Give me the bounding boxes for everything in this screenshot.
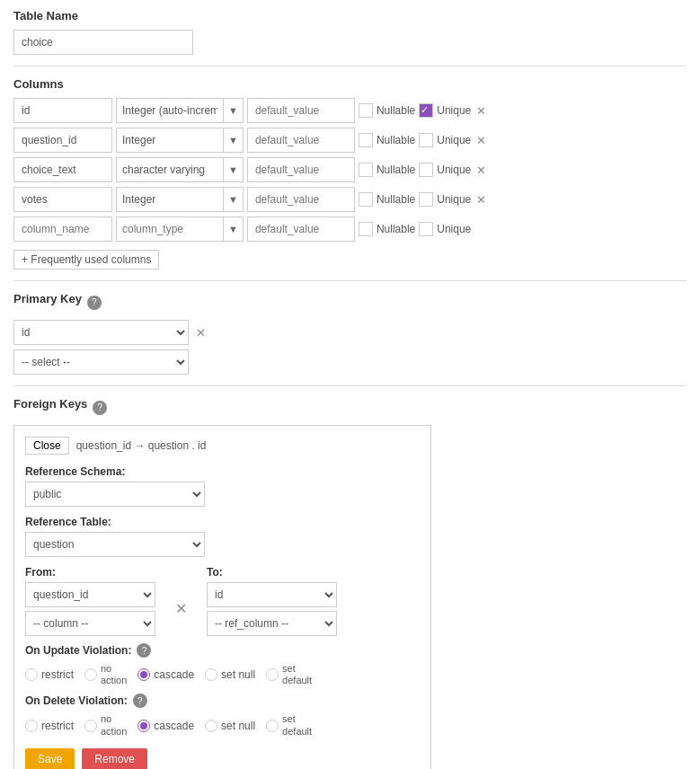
on-delete-cascade-radio[interactable] xyxy=(137,720,150,732)
col-type-choice-text: ▼ xyxy=(116,157,244,182)
on-update-violation-row: On Update Violation: ? restrict noaction… xyxy=(25,643,420,686)
col-nullable-check-question-id[interactable] xyxy=(359,133,373,147)
nullable-label-choice-text: Nullable xyxy=(377,164,415,176)
unique-label-id: Unique xyxy=(437,104,471,117)
remove-button[interactable]: Remove xyxy=(82,748,147,769)
primary-key-help-icon[interactable]: ? xyxy=(87,296,102,310)
on-update-set-null-radio[interactable] xyxy=(205,668,217,681)
nullable-label-id: Nullable xyxy=(377,104,415,117)
col-type-arrow-votes[interactable]: ▼ xyxy=(223,188,243,211)
on-update-restrict-radio[interactable] xyxy=(25,668,38,681)
from-label: From: xyxy=(25,566,155,579)
primary-key-select-2[interactable]: -- select -- xyxy=(13,349,189,375)
col-type-arrow-empty[interactable]: ▼ xyxy=(223,217,243,241)
to-select[interactable]: id xyxy=(207,582,337,607)
primary-key-delete[interactable]: ✕ xyxy=(194,326,208,340)
col-name-question-id[interactable] xyxy=(13,128,112,153)
divider-3 xyxy=(13,385,687,386)
col-unique-check-id[interactable] xyxy=(419,103,433,118)
col-unique-check-choice-text[interactable] xyxy=(419,163,433,177)
fk-ref-schema-select[interactable]: public xyxy=(25,482,205,507)
on-delete-set-null-radio[interactable] xyxy=(205,720,217,732)
col-type-input-empty[interactable] xyxy=(117,217,223,241)
col-nullable-check-id[interactable] xyxy=(359,103,373,118)
col-nullable-check-choice-text[interactable] xyxy=(359,163,373,177)
col-type-input-choice-text[interactable] xyxy=(117,158,223,181)
foreign-keys-help-icon[interactable]: ? xyxy=(93,401,107,415)
on-delete-no-action[interactable]: noaction xyxy=(84,713,127,737)
col-default-id[interactable] xyxy=(247,98,355,123)
foreign-key-box: Close question_id → question . id Refere… xyxy=(13,425,431,769)
on-update-no-action[interactable]: noaction xyxy=(84,663,127,686)
from-column-group: From: question_id -- column -- xyxy=(25,566,155,636)
on-update-cascade-radio[interactable] xyxy=(137,668,150,681)
fk-ref-table-select[interactable]: question xyxy=(25,532,205,557)
col-type-arrow-question-id[interactable]: ▼ xyxy=(223,128,243,152)
col-type-question-id: ▼ xyxy=(116,128,244,153)
on-update-label: On Update Violation: xyxy=(25,644,131,657)
col-type-arrow-choice-text[interactable]: ▼ xyxy=(223,158,243,181)
col-unique-check-empty[interactable] xyxy=(419,222,433,236)
unique-label-empty: Unique xyxy=(437,223,471,235)
on-delete-set-null[interactable]: set null xyxy=(205,720,255,732)
unique-label-choice-text: Unique xyxy=(437,164,471,176)
col-delete-id[interactable]: ✕ xyxy=(474,104,488,118)
on-delete-set-default-radio[interactable] xyxy=(266,720,279,732)
on-delete-set-default[interactable]: setdefault xyxy=(266,713,312,737)
on-delete-violation-row: On Delete Violation: ? restrict noaction… xyxy=(25,694,420,737)
on-delete-no-action-radio[interactable] xyxy=(84,720,97,732)
col-delete-votes[interactable]: ✕ xyxy=(474,193,488,207)
on-delete-radio-group: restrict noaction cascade set null setde… xyxy=(25,713,420,737)
col-name-choice-text[interactable] xyxy=(13,157,112,182)
col-nullable-check-empty[interactable] xyxy=(359,222,373,236)
on-update-cascade[interactable]: cascade xyxy=(137,668,194,681)
on-update-set-default-radio[interactable] xyxy=(266,668,279,681)
col-delete-question-id[interactable]: ✕ xyxy=(474,134,488,147)
add-columns-button[interactable]: + Frequently used columns xyxy=(13,250,159,270)
on-update-set-null[interactable]: set null xyxy=(205,668,255,681)
column-row-id: ▼ Nullable Unique ✕ xyxy=(13,98,687,123)
on-delete-restrict[interactable]: restrict xyxy=(25,720,74,732)
on-update-set-default[interactable]: setdefault xyxy=(266,663,312,686)
on-update-no-action-radio[interactable] xyxy=(84,668,97,681)
from-to-delete-button[interactable]: ✕ xyxy=(173,600,189,617)
nullable-label-votes: Nullable xyxy=(377,193,415,206)
fk-ref-schema-group: Reference Schema: public xyxy=(25,465,420,507)
unique-label-votes: Unique xyxy=(437,193,471,206)
col-nullable-check-votes[interactable] xyxy=(359,192,373,207)
col-name-votes[interactable] xyxy=(13,187,112,212)
on-update-help-icon[interactable]: ? xyxy=(137,643,151,658)
col-default-question-id[interactable] xyxy=(247,128,355,153)
col-name-empty[interactable] xyxy=(13,217,112,242)
col-name-id[interactable] xyxy=(13,98,112,123)
col-unique-check-question-id[interactable] xyxy=(419,133,433,147)
col-unique-check-votes[interactable] xyxy=(419,192,433,207)
col-delete-choice-text[interactable]: ✕ xyxy=(474,164,488,177)
on-delete-restrict-radio[interactable] xyxy=(25,720,38,732)
col-type-input-id[interactable] xyxy=(117,99,223,122)
col-default-empty[interactable] xyxy=(247,217,355,242)
primary-key-select[interactable]: id xyxy=(13,320,189,345)
on-delete-cascade[interactable]: cascade xyxy=(137,720,194,732)
from-col-select[interactable]: -- column -- xyxy=(25,611,155,636)
fk-tab-close-button[interactable]: Close xyxy=(25,437,69,455)
on-update-restrict[interactable]: restrict xyxy=(25,668,74,681)
from-to-row: From: question_id -- column -- ✕ To: id … xyxy=(25,566,420,636)
col-type-input-votes[interactable] xyxy=(117,188,223,211)
col-type-arrow-id[interactable]: ▼ xyxy=(223,99,243,122)
col-default-votes[interactable] xyxy=(247,187,355,212)
to-column-group: To: id -- ref_column -- xyxy=(207,566,337,636)
table-name-input[interactable] xyxy=(13,30,193,55)
save-button[interactable]: Save xyxy=(25,748,75,769)
from-select[interactable]: question_id xyxy=(25,582,155,607)
nullable-label-question-id: Nullable xyxy=(377,134,415,146)
on-update-radio-group: restrict noaction cascade set null setde… xyxy=(25,663,420,686)
on-delete-help-icon[interactable]: ? xyxy=(133,694,147,708)
col-type-id: ▼ xyxy=(116,98,244,123)
to-col-select[interactable]: -- ref_column -- xyxy=(207,611,337,636)
fk-tab-row: Close question_id → question . id xyxy=(25,437,420,455)
col-type-empty: ▼ xyxy=(116,217,244,242)
col-type-input-question-id[interactable] xyxy=(117,128,223,152)
col-default-choice-text[interactable] xyxy=(247,157,355,182)
col-type-votes: ▼ xyxy=(116,187,244,212)
